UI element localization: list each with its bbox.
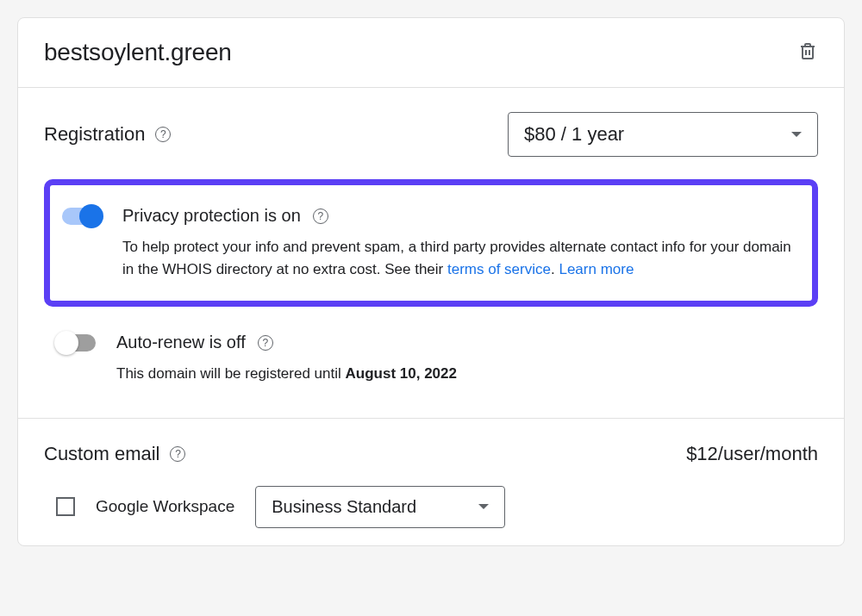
auto-renew-row: Auto-renew is off ? This domain will be … bbox=[44, 315, 818, 394]
auto-renew-toggle[interactable] bbox=[56, 334, 96, 352]
custom-email-label-group: Custom email ? bbox=[44, 443, 185, 465]
trash-icon bbox=[797, 40, 818, 61]
workspace-checkbox[interactable] bbox=[56, 497, 75, 516]
privacy-protection-highlight: Privacy protection is on ? To help prote… bbox=[44, 179, 818, 307]
privacy-content: Privacy protection is on ? To help prote… bbox=[122, 206, 795, 280]
terms-of-service-link[interactable]: terms of service bbox=[447, 261, 551, 277]
registration-row: Registration ? $80 / 1 year bbox=[44, 112, 818, 157]
help-icon[interactable]: ? bbox=[258, 335, 273, 351]
help-icon[interactable]: ? bbox=[170, 446, 185, 462]
custom-email-title: Custom email bbox=[44, 443, 159, 465]
custom-email-price: $12/user/month bbox=[686, 443, 818, 465]
toggle-knob bbox=[54, 331, 78, 355]
chevron-down-icon bbox=[791, 132, 802, 137]
auto-renew-desc-prefix: This domain will be registered until bbox=[116, 365, 346, 382]
auto-renew-description: This domain will be registered until Aug… bbox=[116, 363, 806, 385]
registration-term-dropdown[interactable]: $80 / 1 year bbox=[508, 112, 818, 157]
registration-label-group: Registration ? bbox=[44, 123, 171, 146]
domain-name: bestsoylent.green bbox=[44, 39, 232, 66]
workspace-row: Google Workspace Business Standard bbox=[44, 486, 818, 528]
registration-title: Registration bbox=[44, 123, 145, 146]
privacy-description: To help protect your info and prevent sp… bbox=[122, 236, 795, 280]
toggle-knob bbox=[79, 204, 103, 228]
registration-section: Registration ? $80 / 1 year Privacy prot… bbox=[18, 88, 844, 419]
auto-renew-title-row: Auto-renew is off ? bbox=[116, 333, 806, 352]
workspace-label: Google Workspace bbox=[96, 497, 234, 516]
learn-more-link[interactable]: Learn more bbox=[559, 261, 634, 277]
domain-settings-card: bestsoylent.green Registration ? $80 / 1… bbox=[17, 17, 845, 546]
dropdown-value: $80 / 1 year bbox=[524, 123, 624, 146]
custom-email-section: Custom email ? $12/user/month Google Wor… bbox=[18, 419, 844, 545]
custom-email-row: Custom email ? $12/user/month bbox=[44, 443, 818, 465]
auto-renew-content: Auto-renew is off ? This domain will be … bbox=[116, 333, 806, 385]
privacy-title: Privacy protection is on bbox=[122, 206, 301, 226]
dropdown-value: Business Standard bbox=[272, 497, 416, 517]
auto-renew-title: Auto-renew is off bbox=[116, 333, 246, 352]
help-icon[interactable]: ? bbox=[155, 127, 171, 142]
privacy-toggle[interactable] bbox=[62, 208, 102, 225]
card-header: bestsoylent.green bbox=[18, 18, 844, 88]
privacy-title-row: Privacy protection is on ? bbox=[122, 206, 795, 226]
auto-renew-date: August 10, 2022 bbox=[346, 365, 457, 382]
delete-button[interactable] bbox=[797, 40, 818, 65]
workspace-plan-dropdown[interactable]: Business Standard bbox=[255, 486, 505, 528]
chevron-down-icon bbox=[478, 504, 489, 509]
help-icon[interactable]: ? bbox=[313, 208, 328, 224]
